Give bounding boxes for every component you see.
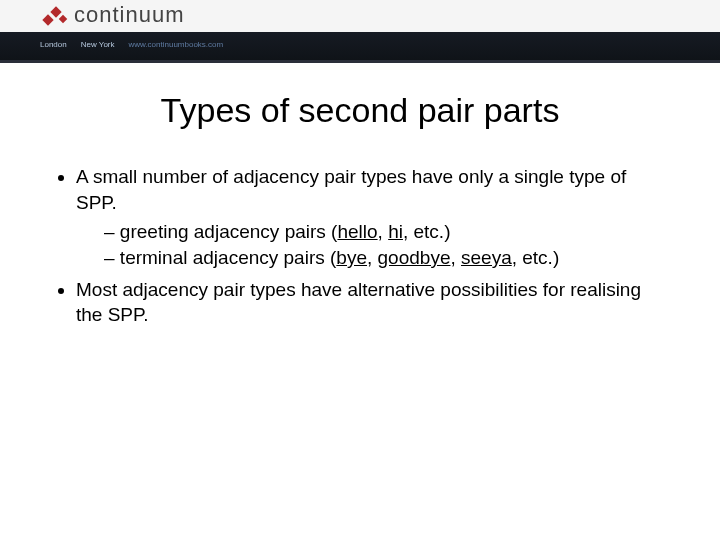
brand-block: continuum bbox=[40, 2, 185, 30]
brand-url: www.continuumbooks.com bbox=[129, 40, 224, 49]
brand-name: continuum bbox=[74, 2, 185, 28]
b1b-sep1: , bbox=[367, 247, 378, 268]
bullet-1-sublist: greeting adjacency pairs (hello, hi, etc… bbox=[76, 219, 668, 270]
bullet-1b: terminal adjacency pairs (bye, goodbye, … bbox=[104, 245, 668, 271]
brand-strip: continuum bbox=[0, 0, 720, 32]
b1b-bye: bye bbox=[336, 247, 367, 268]
bullet-2-text: Most adjacency pair types have alternati… bbox=[76, 279, 641, 326]
slide-body: A small number of adjacency pair types h… bbox=[0, 164, 720, 328]
header-banner: continuum London New York www.continuumb… bbox=[0, 0, 720, 63]
location-london: London bbox=[40, 40, 67, 49]
bullet-1a: greeting adjacency pairs (hello, hi, etc… bbox=[104, 219, 668, 245]
bullet-1: A small number of adjacency pair types h… bbox=[76, 164, 668, 271]
b1a-pre: greeting adjacency pairs ( bbox=[120, 221, 338, 242]
bullet-1-text: A small number of adjacency pair types h… bbox=[76, 166, 626, 213]
banner-substrip: London New York www.continuumbooks.com bbox=[0, 34, 720, 54]
bullet-2: Most adjacency pair types have alternati… bbox=[76, 277, 668, 328]
b1b-pre: terminal adjacency pairs ( bbox=[120, 247, 336, 268]
b1a-hi: hi bbox=[388, 221, 403, 242]
b1a-hello: hello bbox=[337, 221, 377, 242]
continuum-logo-icon bbox=[40, 2, 68, 30]
b1b-sep2: , bbox=[450, 247, 461, 268]
slide: continuum London New York www.continuumb… bbox=[0, 0, 720, 540]
bullet-list: A small number of adjacency pair types h… bbox=[52, 164, 668, 328]
slide-title: Types of second pair parts bbox=[0, 91, 720, 130]
b1b-goodbye: goodbye bbox=[378, 247, 451, 268]
b1a-post: , etc.) bbox=[403, 221, 451, 242]
b1b-post: , etc.) bbox=[512, 247, 560, 268]
b1b-seeya: seeya bbox=[461, 247, 512, 268]
b1a-sep1: , bbox=[378, 221, 389, 242]
location-newyork: New York bbox=[81, 40, 115, 49]
